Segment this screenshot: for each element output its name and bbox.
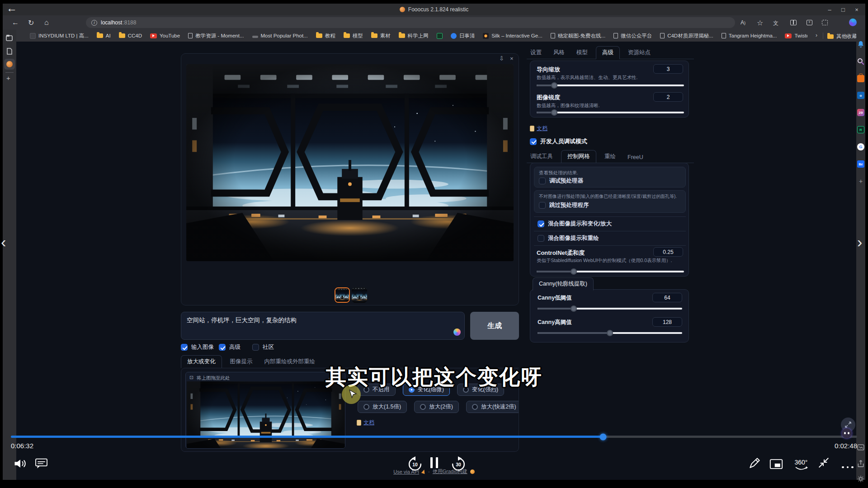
image-tool-icon[interactable] <box>857 444 864 451</box>
slider-handle[interactable] <box>571 305 577 312</box>
nav-refresh-icon[interactable]: ↻ <box>28 19 34 27</box>
generate-button[interactable]: 生成 <box>470 312 519 340</box>
tab-debug-tools[interactable]: 调试工具 <box>527 150 557 163</box>
captions-icon[interactable] <box>35 458 47 469</box>
dev-debug-mode-checkbox[interactable]: 开发人员调试模式 <box>530 137 587 145</box>
r-app-icon[interactable]: R <box>857 126 864 133</box>
office-briefcase-icon[interactable] <box>857 75 864 82</box>
guidance-slider[interactable] <box>537 84 684 86</box>
address-bar[interactable]: i localhost:8188 <box>86 17 735 28</box>
bookmark-folder[interactable]: 科学上网 <box>399 33 429 39</box>
window-maximize-icon[interactable]: □ <box>836 6 850 13</box>
window-close-icon[interactable]: × <box>850 6 863 13</box>
tab-settings[interactable]: 设置 <box>527 47 545 59</box>
canny-low-input[interactable]: 64 <box>652 293 682 302</box>
active-tab-fooocus[interactable] <box>4 59 15 70</box>
bookmark-item[interactable]: Twisted Donut (Cin... <box>785 33 807 38</box>
input-image-checkbox[interactable]: 输入图像 <box>181 343 214 351</box>
guidance-value-input[interactable]: 3 <box>653 64 683 74</box>
tab-controlnet[interactable]: 控制网格 <box>561 150 596 163</box>
bookmark-folder[interactable]: 模型 <box>344 33 363 39</box>
copilot-icon[interactable] <box>849 19 857 26</box>
prompt-magic-icon[interactable] <box>453 328 461 336</box>
bookmark-folder[interactable]: CC4D <box>119 33 142 38</box>
canny-low-slider[interactable] <box>538 308 682 310</box>
slider-handle[interactable] <box>571 268 577 275</box>
bookmark-item[interactable]: Most Popular Phot... <box>252 33 308 38</box>
bookmarks-overflow-icon[interactable]: › <box>816 32 817 38</box>
bookmark-folder[interactable]: AI <box>97 33 111 38</box>
seek-bar[interactable] <box>11 436 857 438</box>
controlnet-softness-slider[interactable] <box>537 271 684 272</box>
volume-icon[interactable] <box>14 457 27 470</box>
slider-handle[interactable] <box>607 330 613 336</box>
calendar-icon[interactable]: 29 <box>857 109 864 116</box>
tab-resources[interactable]: 资源站点 <box>624 47 654 59</box>
bookmark-item[interactable]: 教学资源 - Moment... <box>188 33 244 39</box>
tab-actions-icon[interactable] <box>6 34 13 41</box>
nav-back-icon[interactable]: ← <box>12 19 19 27</box>
bookmark-item[interactable]: 日事清 <box>451 33 475 39</box>
add-sidebar-app-icon[interactable]: + <box>857 178 864 185</box>
search-icon[interactable] <box>857 58 864 65</box>
tab-freeu[interactable]: FreeU <box>624 152 647 163</box>
bookmark-item[interactable]: 微信公众平台 <box>613 33 652 39</box>
bookmark-item[interactable]: 稳定靓图-免费在线... <box>551 33 605 39</box>
sharpness-slider[interactable] <box>537 112 684 113</box>
skip-back-10-icon[interactable]: 10 <box>406 455 424 473</box>
sharpness-value-input[interactable]: 2 <box>653 92 683 102</box>
community-checkbox[interactable]: 社区 <box>252 343 274 351</box>
gallery-thumbnail-selected[interactable] <box>335 287 350 303</box>
bookmark-item[interactable]: INSYDIUM LTD | 高... <box>30 33 89 39</box>
radio-upscale-15[interactable]: 放大(1.5倍) <box>358 401 407 413</box>
read-aloud-icon[interactable]: A) <box>741 19 745 26</box>
nav-home-icon[interactable]: ⌂ <box>44 19 49 27</box>
tab-inpaint[interactable]: 重绘 <box>601 150 619 163</box>
bell-icon[interactable] <box>857 41 864 48</box>
documentation-link[interactable]: 文档 <box>530 125 547 132</box>
rotate-360-icon[interactable]: 360° <box>790 458 812 470</box>
player-back-icon[interactable]: ← <box>6 2 17 14</box>
new-tab-icon[interactable]: + <box>6 74 10 82</box>
share-icon[interactable] <box>857 460 864 467</box>
gear-icon[interactable] <box>857 475 864 483</box>
prev-video-icon[interactable]: ‹ <box>1 234 6 249</box>
bookmark-folder[interactable]: 素材 <box>371 33 391 39</box>
bookmark-folder[interactable]: 教程 <box>316 33 335 39</box>
next-video-icon[interactable]: › <box>857 234 862 249</box>
window-minimize-icon[interactable]: – <box>823 6 836 13</box>
bookmark-item[interactable] <box>437 33 443 39</box>
bookmark-item[interactable]: C4D材质原理揭秘... <box>660 33 713 39</box>
prompt-input[interactable]: 空间站，停机坪，巨大空间，复杂的结构 <box>181 312 465 340</box>
slider-handle[interactable] <box>551 109 557 116</box>
split-screen-icon[interactable] <box>790 20 797 25</box>
tab-canny[interactable]: Canny(轮廓线提取) <box>533 277 594 291</box>
tab-advanced[interactable]: 高级 <box>596 46 620 59</box>
mix-inpaint-checkbox[interactable]: 混合图像提示和重绘 <box>538 235 599 242</box>
skip-preprocessor-checkbox[interactable]: 跳过预处理程序 <box>539 202 589 209</box>
pause-button[interactable] <box>430 457 438 468</box>
favorite-star-icon[interactable]: ☆ <box>757 19 763 27</box>
tab-models[interactable]: 模型 <box>573 47 591 59</box>
tab-styles[interactable]: 风格 <box>550 47 568 59</box>
advanced-checkbox[interactable]: 高级 <box>219 343 241 351</box>
gallery-thumbnail[interactable] <box>352 287 367 303</box>
bookmark-item[interactable]: Tangram Heightma... <box>722 33 777 38</box>
translate-icon[interactable]: 文 <box>773 19 778 27</box>
documentation-link[interactable]: 文档 <box>357 419 374 427</box>
behance-icon[interactable]: Bé <box>857 160 864 168</box>
download-image-icon[interactable]: ⇩ <box>499 55 504 62</box>
canny-high-slider[interactable] <box>538 332 682 334</box>
close-gallery-icon[interactable]: × <box>510 55 514 62</box>
more-options-icon[interactable] <box>839 462 854 470</box>
google-icon[interactable]: G <box>857 143 864 150</box>
debug-preprocessor-checkbox[interactable]: 调试预处理器 <box>539 177 583 185</box>
collections-icon[interactable]: + <box>807 20 812 25</box>
controlnet-softness-input[interactable]: 0.25 <box>653 247 683 257</box>
mix-upscale-checkbox[interactable]: 混合图像提示和变化/放大 <box>538 220 612 228</box>
seek-handle[interactable] <box>600 433 607 440</box>
annotate-pencil-icon[interactable] <box>749 457 760 469</box>
canny-high-input[interactable]: 128 <box>652 317 682 327</box>
tab-page-icon[interactable] <box>7 48 12 55</box>
bookmark-item[interactable]: Silk – Interactive Ge... <box>483 33 542 39</box>
